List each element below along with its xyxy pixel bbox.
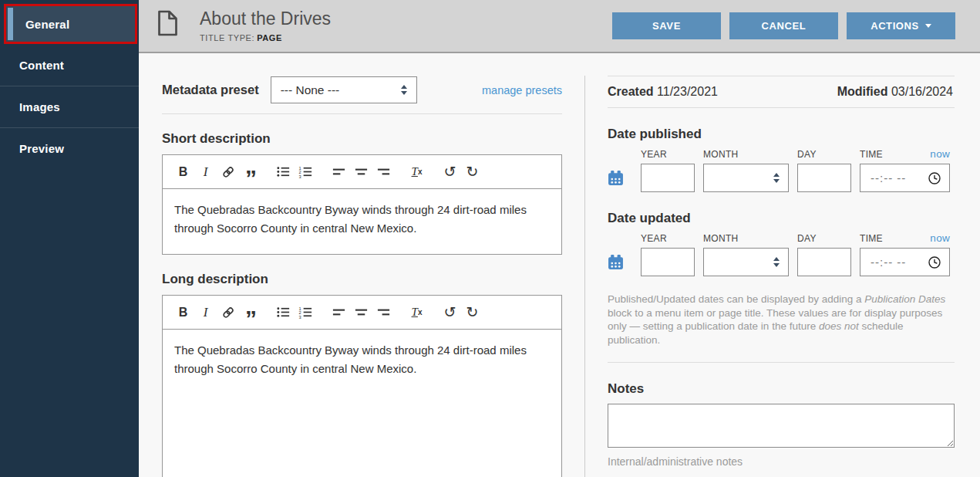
clear-formatting-icon[interactable]: Tx	[406, 161, 428, 184]
redo-icon[interactable]: ↻	[461, 301, 483, 324]
time-label-row: TIME now	[860, 232, 950, 248]
select-arrows-icon	[773, 257, 780, 267]
align-center-icon[interactable]	[350, 301, 372, 324]
bold-icon[interactable]: B	[172, 301, 194, 324]
metadata-preset-select[interactable]: --- None ---	[271, 76, 417, 103]
divider	[608, 107, 955, 108]
clear-formatting-icon[interactable]: Tx	[406, 301, 428, 324]
title-type-value: PAGE	[257, 33, 282, 42]
metadata-preset-label: Metadata preset	[162, 83, 259, 97]
updated-time-input[interactable]: --:-- --	[860, 248, 950, 276]
caret-down-icon	[925, 24, 931, 28]
actions-dropdown-button[interactable]: ACTIONS	[847, 12, 955, 39]
date-updated-fields: YEAR MONTH DAY TIME now --:-- --	[608, 232, 955, 276]
column-divider	[584, 76, 585, 477]
long-description-heading: Long description	[162, 272, 562, 287]
blockquote-icon[interactable]: ”	[239, 161, 261, 184]
clock-icon	[928, 255, 941, 269]
active-item-accent-bar	[8, 8, 13, 40]
date-published-heading: Date published	[608, 127, 955, 142]
title-type: TITLE TYPE:PAGE	[200, 33, 331, 42]
sidebar-item-label: Images	[19, 100, 60, 113]
italic-icon[interactable]: I	[194, 161, 217, 184]
bold-icon[interactable]: B	[172, 161, 194, 184]
sidebar: General Content Images Preview	[0, 0, 139, 477]
published-day-input[interactable]	[797, 164, 851, 192]
link-icon[interactable]	[217, 301, 239, 324]
main-content: Metadata preset --- None --- manage pres…	[139, 55, 980, 477]
time-label: TIME	[860, 149, 883, 160]
published-year-input[interactable]	[641, 164, 695, 192]
updated-day-input[interactable]	[797, 248, 851, 276]
undo-icon[interactable]: ↺	[439, 161, 461, 184]
sidebar-item-label: General	[25, 18, 69, 31]
page-title: About the Drives	[200, 8, 331, 29]
long-description-editor: B I ” 123	[162, 295, 562, 477]
month-label: MONTH	[703, 233, 789, 248]
long-description-input[interactable]: The Quebradas Backcountry Byway winds th…	[163, 330, 561, 477]
align-right-icon[interactable]	[372, 301, 395, 324]
sidebar-item-label: Content	[19, 59, 64, 72]
notes-textarea[interactable]	[608, 404, 955, 448]
divider	[608, 362, 955, 363]
short-description-heading: Short description	[162, 131, 562, 147]
link-icon[interactable]	[217, 161, 239, 184]
sidebar-item-preview[interactable]: Preview	[0, 127, 139, 169]
notes-heading: Notes	[608, 381, 955, 397]
manage-presets-link[interactable]: manage presets	[482, 84, 562, 96]
date-published-fields: YEAR MONTH DAY TIME now --:-- --	[608, 148, 955, 192]
calendar-picker-icon[interactable]	[608, 248, 632, 276]
short-description-input[interactable]: The Quebradas Backcountry Byway winds th…	[163, 189, 561, 254]
published-time-input[interactable]: --:-- --	[860, 164, 950, 192]
blockquote-icon[interactable]: ”	[239, 301, 261, 324]
select-arrows-icon	[773, 173, 780, 183]
month-label: MONTH	[703, 149, 789, 164]
sidebar-item-label: Preview	[19, 142, 64, 155]
numbered-list-icon[interactable]: 123	[295, 301, 317, 324]
editor-toolbar: B I ” 123	[163, 296, 561, 330]
bulleted-list-icon[interactable]	[272, 161, 295, 184]
cancel-button[interactable]: CANCEL	[729, 12, 838, 39]
date-updated-heading: Date updated	[608, 211, 955, 226]
time-placeholder: --:-- --	[871, 171, 906, 184]
metadata-preset-row: Metadata preset --- None --- manage pres…	[162, 76, 562, 103]
year-label: YEAR	[641, 149, 695, 164]
page-header: About the Drives TITLE TYPE:PAGE SAVE CA…	[139, 0, 980, 53]
italic-icon[interactable]: I	[194, 301, 217, 324]
now-link[interactable]: now	[930, 232, 950, 244]
svg-text:3: 3	[298, 315, 301, 320]
align-left-icon[interactable]	[328, 301, 350, 324]
publication-dates-note: Published/Updated dates can be displayed…	[608, 293, 955, 347]
bulleted-list-icon[interactable]	[272, 301, 295, 324]
align-left-icon[interactable]	[328, 161, 350, 184]
header-buttons: SAVE CANCEL ACTIONS	[612, 12, 955, 39]
numbered-list-icon[interactable]: 123	[295, 161, 317, 184]
save-button[interactable]: SAVE	[612, 12, 721, 39]
metadata-column: Created 11/23/2021 Modified 03/16/2024 D…	[608, 55, 955, 477]
clock-icon	[928, 171, 941, 185]
metadata-preset-value: --- None ---	[281, 83, 340, 97]
align-right-icon[interactable]	[372, 161, 395, 184]
title-type-label: TITLE TYPE:	[200, 33, 254, 42]
sidebar-item-content[interactable]: Content	[0, 44, 139, 86]
undo-icon[interactable]: ↺	[439, 301, 461, 324]
sidebar-item-general[interactable]: General	[4, 4, 137, 44]
updated-year-input[interactable]	[641, 248, 695, 276]
updated-month-select[interactable]	[703, 248, 789, 276]
day-label: DAY	[797, 149, 851, 164]
modified-date: Modified 03/16/2024	[837, 85, 953, 99]
calendar-picker-icon[interactable]	[608, 164, 632, 192]
time-label: TIME	[860, 233, 883, 244]
editor-toolbar: B I ” 123	[163, 155, 561, 189]
description-column: Metadata preset --- None --- manage pres…	[162, 55, 562, 477]
divider	[162, 113, 562, 114]
align-center-icon[interactable]	[350, 161, 372, 184]
title-block: About the Drives TITLE TYPE:PAGE	[200, 8, 331, 42]
redo-icon[interactable]: ↻	[461, 161, 483, 184]
created-date: Created 11/23/2021	[608, 85, 718, 99]
now-link[interactable]: now	[930, 148, 950, 160]
published-month-select[interactable]	[703, 164, 789, 192]
sidebar-item-images[interactable]: Images	[0, 86, 139, 127]
actions-label: ACTIONS	[871, 20, 919, 32]
short-description-editor: B I ” 123	[162, 154, 562, 255]
